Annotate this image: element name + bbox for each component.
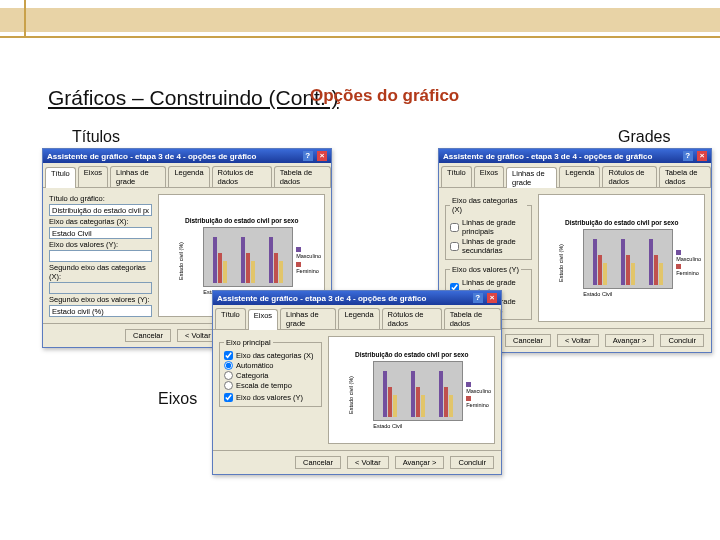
titlebar-text: Assistente de gráfico - etapa 3 de 4 - o… xyxy=(443,152,652,161)
group-eixo-principal: Eixo principal Eixo das categorias (X) A… xyxy=(219,338,322,407)
tab-rotulos-dados[interactable]: Rótulos de dados xyxy=(602,166,656,187)
back-button[interactable]: < Voltar xyxy=(347,456,389,469)
preview-bars xyxy=(373,361,463,421)
label-eixo-y: Eixo dos valores (Y): xyxy=(49,240,152,249)
help-icon[interactable]: ? xyxy=(473,293,483,303)
next-button[interactable]: Avançar > xyxy=(605,334,655,347)
preview-xaxis: Estado Civil xyxy=(583,291,673,297)
label-eixo-x2: Segundo eixo das categorias (X): xyxy=(49,263,152,281)
chart-preview: Distribuição do estado civil por sexo Es… xyxy=(538,194,705,322)
help-icon[interactable]: ? xyxy=(303,151,313,161)
tab-linhas-grade[interactable]: Linhas de grade xyxy=(110,166,166,187)
input-eixo-x[interactable] xyxy=(49,227,152,239)
cancel-button[interactable]: Cancelar xyxy=(505,334,551,347)
tab-linhas-grade[interactable]: Linhas de grade xyxy=(506,167,557,188)
tab-tabela-dados[interactable]: Tabela de dados xyxy=(444,308,501,329)
close-icon[interactable]: × xyxy=(697,151,707,161)
tab-legenda[interactable]: Legenda xyxy=(559,166,600,187)
titlebar[interactable]: Assistente de gráfico - etapa 3 de 4 - o… xyxy=(213,291,501,305)
group-eixo-x: Eixo das categorias (X) Linhas de grade … xyxy=(445,196,532,260)
cancel-button[interactable]: Cancelar xyxy=(125,329,171,342)
tab-titulo[interactable]: Título xyxy=(441,166,472,187)
tab-eixos[interactable]: Eixos xyxy=(474,166,504,187)
fields-axes: Eixo principal Eixo das categorias (X) A… xyxy=(219,336,322,444)
label-eixo-x: Eixo das categorias (X): xyxy=(49,217,152,226)
tab-legenda[interactable]: Legenda xyxy=(168,166,209,187)
titlebar[interactable]: Assistente de gráfico - etapa 3 de 4 - o… xyxy=(43,149,331,163)
rad-escala-tempo[interactable] xyxy=(224,381,233,390)
preview-yaxis: Estado civil (%) xyxy=(348,376,354,414)
tabs: Título Eixos Linhas de grade Legenda Rót… xyxy=(439,163,711,188)
tab-tabela-dados[interactable]: Tabela de dados xyxy=(274,166,331,187)
preview-title: Distribuição do estado civil por sexo xyxy=(565,219,678,226)
preview-legend: Masculino Feminino xyxy=(296,246,321,275)
input-eixo-y2[interactable] xyxy=(49,305,152,317)
tabs: Título Eixos Linhas de grade Legenda Rót… xyxy=(43,163,331,188)
label-eixos: Eixos xyxy=(158,390,197,408)
tab-rotulos-dados[interactable]: Rótulos de dados xyxy=(382,308,442,329)
preview-yaxis: Estado civil (%) xyxy=(178,242,184,280)
input-eixo-y[interactable] xyxy=(49,250,152,262)
rad-automatico[interactable] xyxy=(224,361,233,370)
chk-x-minor[interactable] xyxy=(450,242,459,251)
preview-bars xyxy=(203,227,293,287)
group-eixo-x-label: Eixo das categorias (X) xyxy=(450,196,527,214)
tab-tabela-dados[interactable]: Tabela de dados xyxy=(659,166,711,187)
tab-eixos[interactable]: Eixos xyxy=(78,166,108,187)
tabs: Título Eixos Linhas de grade Legenda Rót… xyxy=(213,305,501,330)
preview-legend: Masculino Feminino xyxy=(466,381,491,410)
titlebar-text: Assistente de gráfico - etapa 3 de 4 - o… xyxy=(47,152,256,161)
tab-titulo[interactable]: Título xyxy=(215,308,246,329)
slide-title: Gráficos – Construindo (Cont. ) xyxy=(48,86,339,110)
input-titulo-grafico[interactable] xyxy=(49,204,152,216)
preview-title: Distribuição do estado civil por sexo xyxy=(355,351,468,358)
group-eixo-y-label: Eixo dos valores (Y) xyxy=(450,265,521,274)
next-button[interactable]: Avançar > xyxy=(395,456,445,469)
chk-eixo-x[interactable] xyxy=(224,351,233,360)
tab-titulo[interactable]: Título xyxy=(45,167,76,188)
preview-bars xyxy=(583,229,673,289)
titlebar-text: Assistente de gráfico - etapa 3 de 4 - o… xyxy=(217,294,426,303)
chart-preview: Distribuição do estado civil por sexo Es… xyxy=(328,336,495,444)
titlebar[interactable]: Assistente de gráfico - etapa 3 de 4 - o… xyxy=(439,149,711,163)
chk-x-major[interactable] xyxy=(450,223,459,232)
tab-legenda[interactable]: Legenda xyxy=(338,308,379,329)
close-icon[interactable]: × xyxy=(317,151,327,161)
help-icon[interactable]: ? xyxy=(683,151,693,161)
label-titulos: Títulos xyxy=(72,128,120,146)
input-eixo-x2 xyxy=(49,282,152,294)
cancel-button[interactable]: Cancelar xyxy=(295,456,341,469)
close-icon[interactable]: × xyxy=(487,293,497,303)
label-grades: Grades xyxy=(618,128,670,146)
back-button[interactable]: < Voltar xyxy=(557,334,599,347)
slide-subtitle: Opções do gráfico xyxy=(310,86,459,106)
preview-yaxis: Estado civil (%) xyxy=(558,244,564,282)
group-eixo-principal-label: Eixo principal xyxy=(224,338,273,347)
preview-title: Distribuição do estado civil por sexo xyxy=(185,217,298,224)
finish-button[interactable]: Concluir xyxy=(450,456,494,469)
fields-titles: Título do gráfico: Eixo das categorias (… xyxy=(49,194,152,317)
tab-linhas-grade[interactable]: Linhas de grade xyxy=(280,308,336,329)
finish-button[interactable]: Concluir xyxy=(660,334,704,347)
preview-legend: Masculino Feminino xyxy=(676,249,701,278)
label-eixo-y2: Segundo eixo dos valores (Y): xyxy=(49,295,152,304)
tab-eixos[interactable]: Eixos xyxy=(248,309,278,330)
preview-xaxis: Estado Civil xyxy=(373,423,463,429)
chk-eixo-y[interactable] xyxy=(224,393,233,402)
rad-categoria[interactable] xyxy=(224,371,233,380)
tab-rotulos-dados[interactable]: Rótulos de dados xyxy=(212,166,272,187)
label-titulo-grafico: Título do gráfico: xyxy=(49,194,152,203)
dialog-chart-wizard-axes: Assistente de gráfico - etapa 3 de 4 - o… xyxy=(212,290,502,475)
